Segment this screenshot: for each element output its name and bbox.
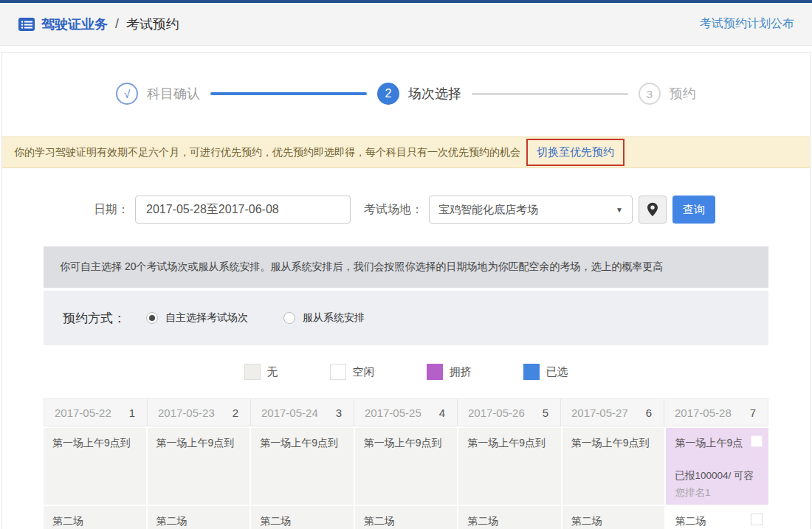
date-label: 日期：: [94, 202, 129, 218]
list-icon: [18, 15, 35, 33]
annotation-red-box: 切换至优先预约: [526, 139, 625, 166]
radio-selected-icon[interactable]: [146, 312, 158, 324]
step-session-select: 2 场次选择: [377, 83, 461, 105]
date-column-header: 2017-05-287: [664, 399, 768, 426]
session-cell-unavailable[interactable]: 第二场: [44, 506, 146, 529]
legend-label: 已选: [546, 365, 568, 379]
radio-option-system-arrange[interactable]: 服从系统安排: [283, 311, 365, 325]
date-column-header: 2017-05-254: [354, 399, 458, 426]
location-pin-icon: [647, 202, 658, 217]
schedule-header-row: 2017-05-221 2017-05-232 2017-05-243 2017…: [44, 398, 768, 426]
exam-plan-link[interactable]: 考试预约计划公布: [700, 16, 794, 32]
step-reserve: 3 预约: [639, 83, 696, 105]
legend-label: 空闲: [353, 365, 375, 379]
priority-notice-bar: 你的学习驾驶证明有效期不足六个月，可进行优先预约，优先预约即选即得，每个科目只有…: [2, 136, 810, 168]
legend-label: 拥挤: [450, 365, 472, 379]
venue-select[interactable]: 宝鸡智能化底店考场 ▼: [429, 196, 633, 224]
session-checkbox[interactable]: [751, 514, 763, 525]
session-cell-unavailable[interactable]: 第一场上午9点到: [251, 428, 354, 505]
venue-label: 考试场地：: [364, 202, 423, 218]
session-cell-unavailable[interactable]: 第二场: [148, 506, 250, 529]
legend-item-crowded: 拥挤: [427, 364, 472, 380]
step-label: 预约: [670, 85, 696, 103]
radio-label: 服从系统安排: [303, 311, 365, 325]
legend-item-none: 无: [244, 364, 278, 380]
priority-notice-text: 你的学习驾驶证明有效期不足六个月，可进行优先预约，优先预约即选即得，每个科目只有…: [14, 146, 520, 159]
breadcrumb-separator: /: [115, 16, 119, 32]
switch-priority-link[interactable]: 切换至优先预约: [537, 145, 614, 158]
radio-label: 自主选择考试场次: [165, 311, 248, 325]
session-cell-unavailable[interactable]: 第一场上午9点到: [562, 428, 665, 505]
breadcrumb-page: 考试预约: [126, 15, 179, 33]
legend-item-free: 空闲: [330, 364, 375, 380]
date-column-header: 2017-05-276: [561, 399, 664, 426]
rank-text: 您排名1: [675, 486, 761, 499]
step-number-badge: 3: [639, 83, 661, 105]
session-cell-unavailable[interactable]: 第二场: [355, 506, 458, 529]
session-cell-unavailable[interactable]: 第一场上午9点到: [458, 428, 561, 505]
legend-swatch-crowded: [427, 364, 443, 380]
session-checkbox[interactable]: [751, 435, 763, 447]
legend-swatch-none: [244, 364, 261, 380]
date-column-header: 2017-05-265: [458, 399, 561, 426]
stepper-connector-pending: [472, 93, 628, 95]
date-column-header: 2017-05-221: [44, 399, 148, 426]
booking-card: √ 科目确认 2 场次选择 3 预约 你的学习驾驶证明有效期不足六个月，可进行优…: [1, 52, 811, 529]
legend-swatch-free: [330, 364, 346, 380]
selection-tip-bar: 你可自主选择 20个考试场次或服从系统安排。服从系统安排后，我们会按照你选择的日…: [44, 246, 768, 288]
selection-tip-text: 你可自主选择 20个考试场次或服从系统安排。服从系统安排后，我们会按照你选择的日…: [60, 260, 663, 274]
exam-booking-page: { "header": { "breadcrumb_section": "驾驶证…: [0, 0, 812, 529]
date-range-input[interactable]: [135, 196, 351, 224]
booking-mode-label: 预约方式：: [63, 310, 125, 327]
session-cell-unavailable[interactable]: 第二场: [562, 506, 665, 529]
map-location-button[interactable]: [639, 196, 667, 224]
session-cell-unavailable[interactable]: 第一场上午9点到: [355, 428, 458, 505]
schedule-body: 第一场上午9点到 第一场上午9点到 第一场上午9点到 第一场上午9点到 第一场上…: [44, 428, 768, 529]
session-cell-crowded[interactable]: 第一场上午9点 已报100004/ 可容 您排名1: [666, 428, 768, 505]
availability-legend: 无 空闲 拥挤 已选: [2, 345, 810, 398]
radio-unselected-icon[interactable]: [283, 312, 295, 324]
date-column-header: 2017-05-243: [251, 399, 354, 426]
search-button[interactable]: 查询: [672, 196, 715, 224]
step-subject-confirm: √ 科目确认: [116, 83, 200, 105]
step-done-check-icon: √: [116, 83, 138, 105]
session-cell-unavailable[interactable]: 第二场: [458, 506, 561, 529]
legend-label: 无: [267, 365, 278, 379]
venue-selected-value: 宝鸡智能化底店考场: [438, 203, 538, 217]
legend-item-selected: 已选: [523, 364, 568, 380]
session-cell-unavailable[interactable]: 第一场上午9点到: [148, 428, 250, 505]
breadcrumb: 驾驶证业务 / 考试预约: [18, 15, 179, 33]
chevron-down-icon: ▼: [616, 206, 623, 214]
step-number-badge: 2: [377, 83, 399, 105]
progress-stepper: √ 科目确认 2 场次选择 3 预约: [2, 53, 810, 134]
capacity-text: 已报100004/ 可容: [675, 469, 761, 483]
step-label: 场次选择: [408, 85, 461, 103]
radio-option-self-select[interactable]: 自主选择考试场次: [146, 311, 248, 325]
page-header: 驾驶证业务 / 考试预约 考试预约计划公布: [0, 3, 812, 46]
session-cell-free[interactable]: 第二场: [666, 506, 768, 529]
step-label: 科目确认: [147, 85, 200, 103]
session-cell-unavailable[interactable]: 第二场: [251, 506, 354, 529]
booking-mode-row: 预约方式： 自主选择考试场次 服从系统安排: [44, 291, 768, 345]
legend-swatch-selected: [523, 364, 540, 380]
date-column-header: 2017-05-232: [148, 399, 251, 426]
session-cell-unavailable[interactable]: 第一场上午9点到: [44, 428, 146, 505]
filter-row: 日期： 考试场地： 宝鸡智能化底店考场 ▼ 查询: [2, 195, 810, 224]
stepper-connector-active: [210, 92, 367, 95]
breadcrumb-section[interactable]: 驾驶证业务: [41, 15, 108, 33]
schedule-table: 2017-05-221 2017-05-232 2017-05-243 2017…: [44, 398, 768, 529]
